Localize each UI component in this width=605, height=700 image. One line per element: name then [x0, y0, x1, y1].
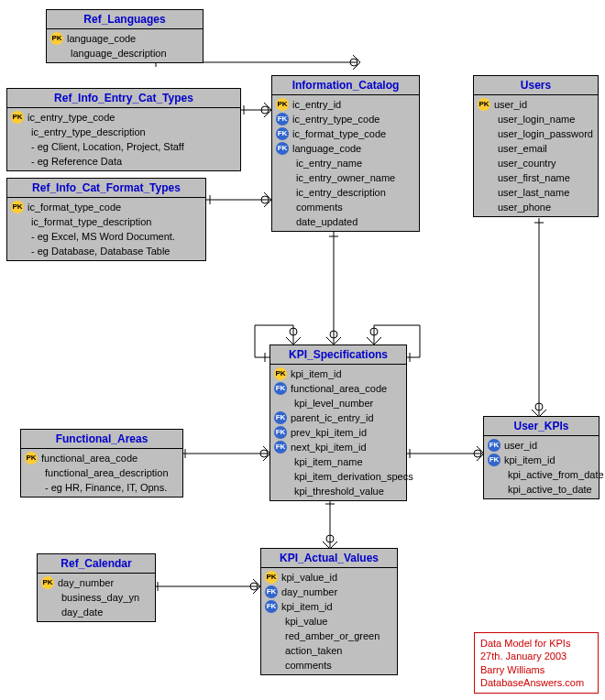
svg-line-6 [264, 103, 271, 110]
entity-title: Functional_Areas [21, 430, 182, 449]
entity-ref-info-entry-cat-types: Ref_Info_Entry_Cat_Types PKic_entry_type… [6, 88, 241, 171]
attr-name: functional_area_code [41, 453, 138, 464]
no-key-icon [11, 245, 28, 257]
no-key-icon [276, 201, 292, 213]
no-key-icon [478, 142, 494, 155]
attr-row: FKnext_kpi_item_id [270, 440, 406, 454]
fk-icon: FK [276, 142, 289, 155]
attr-row: ic_entry_description [272, 185, 419, 200]
attr-name: kpi_item_id [291, 368, 342, 379]
entity-title: KPI_Actual_Values [261, 549, 397, 568]
svg-line-16 [286, 337, 293, 345]
attr-name: kpi_value [285, 616, 327, 627]
attr-row: comments [272, 200, 419, 214]
attr-name: ic_entry_name [296, 158, 362, 169]
no-key-icon [478, 186, 494, 199]
attr-name: kpi_item_id [504, 454, 556, 465]
no-key-icon [25, 466, 41, 479]
attr-row: FKuser_id [484, 438, 599, 453]
svg-line-17 [293, 337, 301, 345]
pk-icon: PK [274, 367, 287, 380]
attr-name: next_kpi_item_id [291, 442, 367, 453]
no-key-icon [265, 615, 281, 628]
attr-row: user_email [474, 141, 598, 156]
attr-name: - eg Excel, MS Word Document. [31, 231, 175, 242]
no-key-icon [276, 215, 292, 228]
entity-title: Ref_Calendar [38, 554, 155, 574]
entity-title: KPI_Specifications [270, 345, 406, 365]
entity-title: Ref_Languages [47, 10, 203, 29]
attr-row: - eg Database, Database Table [7, 244, 205, 258]
entity-functional-areas: Functional_Areas PKfunctional_area_code … [20, 429, 183, 498]
attr-row: PKic_format_type_code [7, 200, 205, 214]
attr-name: user_country [498, 158, 556, 169]
entity-body: PKuser_id user_login_name user_login_pas… [474, 95, 598, 216]
no-key-icon [265, 629, 281, 642]
attr-name: - eg HR, Finance, IT, Opns. [45, 482, 167, 493]
no-key-icon [488, 468, 504, 481]
entity-title: User_KPIs [484, 417, 599, 436]
attr-name: date_updated [296, 216, 358, 227]
attr-row: day_date [38, 605, 155, 619]
no-key-icon [478, 113, 494, 126]
attr-name: comments [285, 660, 332, 671]
svg-line-14 [326, 337, 334, 345]
attr-name: user_id [494, 99, 527, 110]
entity-body: PKfunctional_area_code functional_area_d… [21, 449, 182, 497]
attr-row: FKlanguage_code [272, 141, 419, 156]
attr-name: kpi_threshold_value [294, 486, 384, 497]
fk-icon: FK [274, 441, 287, 454]
entity-body: PKday_number business_day_yn day_date [38, 574, 155, 621]
no-key-icon [478, 171, 494, 184]
attr-row: kpi_active_to_date [484, 482, 599, 497]
attr-row: kpi_item_name [270, 454, 406, 469]
attr-row: ic_entry_name [272, 156, 419, 170]
attr-row: - eg HR, Finance, IT, Opns. [21, 480, 182, 495]
entity-information-catalog: Information_Catalog PKic_entry_id FKic_e… [271, 75, 420, 232]
attr-row: user_login_name [474, 112, 598, 126]
attr-row: - eg Client, Location, Project, Staff [7, 139, 240, 154]
pk-icon: PK [276, 98, 289, 111]
attr-row: FKic_format_type_code [272, 126, 419, 141]
svg-line-15 [334, 337, 341, 345]
attr-row: kpi_item_derivation_specs [270, 469, 406, 484]
attr-row: user_first_name [474, 170, 598, 185]
attr-row: FKparent_ic_entry_id [270, 410, 406, 425]
attr-row: ic_entry_owner_name [272, 170, 419, 185]
attr-name: user_last_name [498, 187, 569, 198]
attr-name: kpi_active_to_date [508, 484, 592, 495]
attr-row: FKkpi_item_id [261, 599, 397, 614]
attr-row: red_amber_or_green [261, 629, 397, 643]
fk-icon: FK [276, 127, 289, 140]
attr-row: user_phone [474, 200, 598, 214]
attr-name: kpi_active_from_date [508, 469, 604, 480]
attr-row: kpi_active_from_date [484, 467, 599, 482]
attr-row: user_last_name [474, 185, 598, 200]
no-key-icon [274, 455, 291, 468]
no-key-icon [11, 155, 28, 168]
no-key-icon [488, 483, 504, 496]
attr-row: PKkpi_item_id [270, 366, 406, 381]
attr-name: parent_ic_entry_id [291, 412, 374, 423]
attr-row: business_day_yn [38, 590, 155, 605]
attr-row: PKday_number [38, 575, 155, 590]
fk-icon: FK [488, 454, 500, 466]
svg-line-41 [253, 586, 260, 594]
no-key-icon [276, 186, 292, 199]
attr-row: kpi_level_number [270, 396, 406, 410]
pk-icon: PK [41, 576, 54, 589]
entity-kpi-specifications: KPI_Specifications PKkpi_item_id FKfunct… [270, 345, 407, 501]
attr-name: day_number [281, 586, 337, 597]
attr-name: ic_entry_type_code [292, 114, 380, 125]
attr-name: comments [296, 202, 343, 213]
attr-name: user_email [498, 143, 547, 154]
attr-name: user_id [504, 440, 537, 451]
pk-icon: PK [25, 452, 38, 465]
attr-name: ic_format_type_description [31, 216, 151, 227]
attr-row: kpi_value [261, 614, 397, 629]
attr-name: prev_kpi_item_id [291, 427, 367, 438]
entity-title: Information_Catalog [272, 76, 419, 95]
note-line: Barry Williams [480, 663, 592, 676]
attr-name: ic_entry_owner_name [296, 172, 395, 183]
attr-name: action_taken [285, 645, 342, 656]
